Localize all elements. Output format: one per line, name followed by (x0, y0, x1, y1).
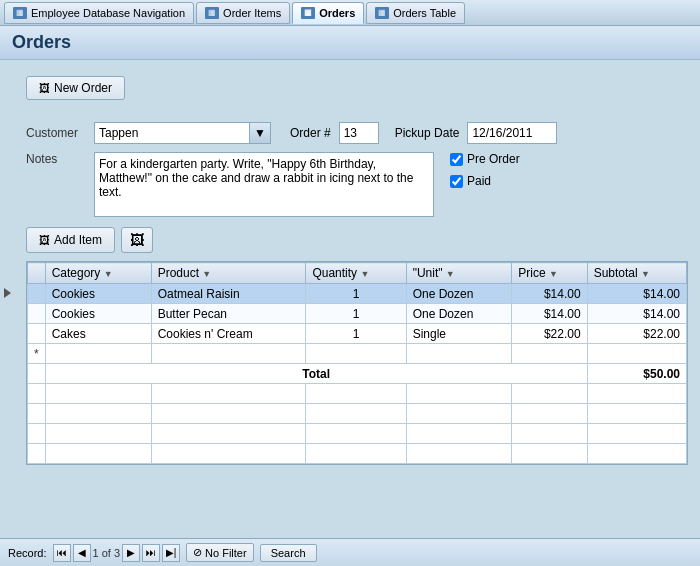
category-header[interactable]: Category ▼ (45, 263, 151, 284)
row-indicator-cell (28, 324, 46, 344)
total-label: Total (45, 364, 587, 384)
add-item-button[interactable]: 🖼 Add Item (26, 227, 115, 253)
new-order-button[interactable]: 🖼 New Order (26, 76, 125, 100)
table-header-row: Category ▼ Product ▼ Quantity ▼ "Unit" ▼… (28, 263, 687, 284)
category-sort-icon: ▼ (104, 269, 113, 279)
pickup-date-input[interactable] (467, 122, 557, 144)
new-order-icon: 🖼 (39, 82, 50, 94)
customer-input[interactable] (94, 122, 249, 144)
unit-sort-icon: ▼ (446, 269, 455, 279)
customer-dropdown-btn[interactable]: ▼ (249, 122, 271, 144)
paid-row: Paid (450, 174, 520, 188)
current-record: 1 (93, 547, 99, 559)
subtotal-header[interactable]: Subtotal ▼ (587, 263, 686, 284)
new-row-unit (406, 344, 512, 364)
tab-orders-table[interactable]: ▦ Orders Table (366, 2, 465, 24)
total-value: $50.00 (587, 364, 686, 384)
table-row[interactable]: Cakes Cookies n' Cream 1 Single $22.00 $… (28, 324, 687, 344)
order-items-icon: ▦ (205, 7, 219, 19)
pre-order-label: Pre Order (467, 152, 520, 166)
checkboxes-area: Pre Order Paid (450, 152, 520, 188)
page-title: Orders (12, 32, 71, 52)
product-cell: Oatmeal Raisin (151, 284, 306, 304)
filter-icon: ⊘ (193, 546, 202, 559)
product-cell: Cookies n' Cream (151, 324, 306, 344)
quantity-header[interactable]: Quantity ▼ (306, 263, 406, 284)
nav-arrow-icon (4, 288, 11, 298)
total-row: Total $50.00 (28, 364, 687, 384)
new-row-quantity (306, 344, 406, 364)
employee-db-icon: ▦ (13, 7, 27, 19)
main-content: 🖼 New Order Customer ▼ Order # Pickup Da… (0, 60, 700, 522)
price-header[interactable]: Price ▼ (512, 263, 587, 284)
page-title-bar: Orders (0, 26, 700, 60)
subtotal-cell: $14.00 (587, 284, 686, 304)
product-cell: Butter Pecan (151, 304, 306, 324)
pickup-date-label: Pickup Date (395, 126, 460, 140)
first-record-btn[interactable]: ⏮ (53, 544, 71, 562)
new-row-product (151, 344, 306, 364)
form-area: 🖼 New Order Customer ▼ Order # Pickup Da… (26, 70, 688, 465)
tab-order-items-label: Order Items (223, 7, 281, 19)
quantity-cell: 1 (306, 284, 406, 304)
total-records: 3 (114, 547, 120, 559)
notes-textarea[interactable]: For a kindergarten party. Write, "Happy … (94, 152, 434, 217)
order-num-input[interactable] (339, 122, 379, 144)
new-order-label: New Order (54, 81, 112, 95)
new-row-category (45, 344, 151, 364)
orders-table: Category ▼ Product ▼ Quantity ▼ "Unit" ▼… (27, 262, 687, 464)
prev-record-btn[interactable]: ◀ (73, 544, 91, 562)
quantity-cell: 1 (306, 304, 406, 324)
price-cell: $22.00 (512, 324, 587, 344)
secondary-action-icon: 🖼 (130, 232, 144, 248)
order-num-label: Order # (290, 126, 331, 140)
quantity-cell: 1 (306, 324, 406, 344)
add-item-label: Add Item (54, 233, 102, 247)
table-row[interactable]: Cookies Oatmeal Raisin 1 One Dozen $14.0… (28, 284, 687, 304)
product-header[interactable]: Product ▼ (151, 263, 306, 284)
unit-cell: Single (406, 324, 512, 344)
customer-select-wrapper: ▼ (94, 122, 274, 144)
paid-checkbox[interactable] (450, 175, 463, 188)
category-cell: Cookies (45, 284, 151, 304)
empty-row (28, 424, 687, 444)
empty-row (28, 384, 687, 404)
new-record-btn[interactable]: ▶| (162, 544, 180, 562)
search-label: Search (271, 547, 306, 559)
orders-table-wrapper: Category ▼ Product ▼ Quantity ▼ "Unit" ▼… (26, 261, 688, 465)
tab-orders[interactable]: ▦ Orders (292, 2, 364, 24)
unit-cell: One Dozen (406, 304, 512, 324)
table-row[interactable]: Cookies Butter Pecan 1 One Dozen $14.00 … (28, 304, 687, 324)
unit-header[interactable]: "Unit" ▼ (406, 263, 512, 284)
notes-label: Notes (26, 152, 86, 166)
paid-label: Paid (467, 174, 491, 188)
total-indicator (28, 364, 46, 384)
product-sort-icon: ▼ (202, 269, 211, 279)
pre-order-checkbox[interactable] (450, 153, 463, 166)
orders-icon: ▦ (301, 7, 315, 19)
action-buttons-row: 🖼 Add Item 🖼 (26, 227, 688, 253)
new-row-subtotal (587, 344, 686, 364)
notes-row: Notes For a kindergarten party. Write, "… (26, 152, 688, 217)
tab-orders-label: Orders (319, 7, 355, 19)
last-record-btn[interactable]: ⏭ (142, 544, 160, 562)
search-button[interactable]: Search (260, 544, 317, 562)
orders-table-icon: ▦ (375, 7, 389, 19)
price-cell: $14.00 (512, 304, 587, 324)
subtotal-cell: $22.00 (587, 324, 686, 344)
status-bar: Record: ⏮ ◀ 1 of 3 ▶ ⏭ ▶| ⊘ No Filter Se… (0, 538, 700, 566)
next-record-btn[interactable]: ▶ (122, 544, 140, 562)
add-item-icon: 🖼 (39, 234, 50, 246)
no-filter-button[interactable]: ⊘ No Filter (186, 543, 254, 562)
nav-strip (0, 62, 14, 524)
empty-row (28, 444, 687, 464)
pre-order-row: Pre Order (450, 152, 520, 166)
subtotal-cell: $14.00 (587, 304, 686, 324)
secondary-action-button[interactable]: 🖼 (121, 227, 153, 253)
tab-order-items[interactable]: ▦ Order Items (196, 2, 290, 24)
subtotal-sort-icon: ▼ (641, 269, 650, 279)
category-cell: Cakes (45, 324, 151, 344)
customer-label: Customer (26, 126, 86, 140)
tab-employee-db[interactable]: ▦ Employee Database Navigation (4, 2, 194, 24)
no-filter-label: No Filter (205, 547, 247, 559)
